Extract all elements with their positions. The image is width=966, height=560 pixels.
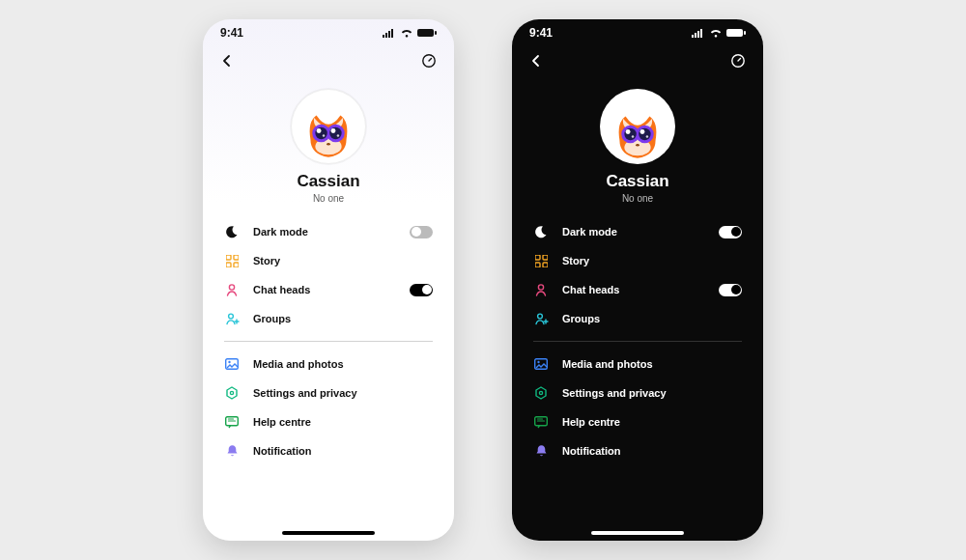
hexagon-icon: [533, 385, 549, 401]
menu-label: Story: [562, 255, 742, 266]
signal-icon: [383, 28, 396, 38]
person-icon: [224, 282, 240, 297]
menu-story[interactable]: Story: [224, 246, 433, 275]
back-icon[interactable]: [529, 54, 543, 68]
person-icon: [533, 282, 549, 297]
svg-rect-46: [535, 263, 540, 267]
wifi-icon: [709, 28, 723, 38]
status-time: 9:41: [529, 26, 553, 40]
menu-notification[interactable]: Notification: [533, 436, 742, 465]
menu-help[interactable]: Help centre: [533, 407, 742, 436]
svg-point-13: [330, 128, 335, 133]
svg-rect-0: [383, 35, 384, 38]
home-indicator[interactable]: [591, 531, 684, 535]
svg-rect-17: [226, 255, 231, 260]
menu-label: Chat heads: [562, 284, 705, 295]
svg-point-21: [229, 285, 234, 290]
menu-list: Dark mode Story Chat heads Groups Media …: [512, 217, 763, 465]
menu-divider: [533, 341, 742, 342]
menu-dark-mode[interactable]: Dark mode: [533, 217, 742, 246]
svg-point-39: [626, 129, 631, 134]
back-icon[interactable]: [220, 54, 234, 68]
svg-point-12: [317, 128, 322, 133]
signal-icon: [692, 28, 705, 38]
svg-point-40: [639, 129, 644, 134]
grid-icon: [533, 253, 549, 268]
menu-groups[interactable]: Groups: [224, 304, 433, 333]
menu-notification[interactable]: Notification: [224, 436, 433, 465]
svg-point-51: [537, 361, 539, 363]
menu-dark-mode[interactable]: Dark mode: [224, 217, 433, 246]
header: [203, 46, 454, 75]
dark-mode-toggle[interactable]: [719, 226, 742, 238]
svg-point-37: [624, 128, 636, 140]
svg-rect-44: [535, 255, 540, 260]
profile-section: Cassian No one: [512, 89, 763, 204]
home-indicator[interactable]: [282, 531, 375, 535]
menu-settings[interactable]: Settings and privacy: [533, 378, 742, 407]
chat-heads-toggle[interactable]: [719, 284, 742, 296]
bell-icon: [533, 443, 549, 459]
chat-icon: [224, 414, 240, 430]
menu-groups[interactable]: Groups: [533, 304, 742, 333]
svg-point-22: [228, 314, 233, 319]
svg-rect-18: [234, 255, 239, 260]
menu-label: Notification: [562, 445, 742, 457]
menu-list: Dark mode Story Chat heads Groups Media …: [203, 217, 454, 465]
profile-section: Cassian No one: [203, 89, 454, 204]
svg-rect-2: [388, 31, 390, 38]
menu-story[interactable]: Story: [533, 246, 742, 275]
menu-label: Settings and privacy: [253, 387, 433, 399]
avatar[interactable]: [291, 89, 366, 164]
svg-rect-27: [692, 35, 694, 38]
svg-point-10: [315, 127, 327, 139]
menu-label: Settings and privacy: [562, 387, 742, 399]
svg-point-48: [538, 285, 543, 290]
svg-point-49: [537, 314, 542, 319]
menu-chat-heads[interactable]: Chat heads: [533, 275, 742, 304]
edit-icon[interactable]: [421, 53, 437, 69]
grid-icon: [224, 253, 240, 268]
menu-label: Notification: [253, 445, 433, 457]
menu-label: Media and photos: [253, 358, 433, 370]
dark-mode-toggle[interactable]: [410, 226, 433, 238]
status-time: 9:41: [220, 26, 243, 40]
menu-label: Dark mode: [562, 226, 705, 238]
svg-rect-4: [417, 29, 434, 37]
person-add-icon: [224, 311, 240, 326]
menu-label: Help centre: [562, 416, 742, 428]
menu-chat-heads[interactable]: Chat heads: [224, 275, 433, 304]
status-bar: 9:41: [512, 19, 763, 46]
menu-label: Chat heads: [253, 284, 396, 295]
chat-icon: [533, 414, 549, 430]
avatar-image: [608, 104, 668, 164]
avatar[interactable]: [600, 89, 675, 164]
menu-label: Media and photos: [562, 358, 742, 370]
menu-label: Dark mode: [253, 226, 396, 238]
menu-help[interactable]: Help centre: [224, 407, 433, 436]
menu-label: Story: [253, 255, 433, 266]
svg-rect-29: [697, 31, 699, 38]
svg-point-42: [646, 135, 648, 137]
profile-status: No one: [313, 193, 344, 204]
menu-media[interactable]: Media and photos: [533, 350, 742, 378]
phone-dark: 9:41: [512, 19, 763, 541]
svg-rect-28: [695, 33, 696, 38]
menu-label: Help centre: [253, 416, 433, 428]
avatar-image: [298, 103, 358, 163]
svg-point-38: [639, 128, 650, 140]
image-icon: [224, 356, 240, 372]
svg-rect-31: [726, 29, 743, 37]
svg-point-16: [327, 143, 330, 145]
status-icons: [383, 28, 437, 38]
chat-heads-toggle[interactable]: [410, 284, 433, 296]
menu-divider: [224, 341, 433, 342]
person-add-icon: [533, 311, 549, 326]
menu-media[interactable]: Media and photos: [224, 350, 433, 378]
menu-label: Groups: [562, 313, 742, 324]
svg-point-24: [228, 361, 230, 363]
profile-name: Cassian: [297, 172, 359, 191]
svg-rect-47: [543, 263, 548, 267]
edit-icon[interactable]: [730, 53, 746, 69]
menu-settings[interactable]: Settings and privacy: [224, 378, 433, 407]
